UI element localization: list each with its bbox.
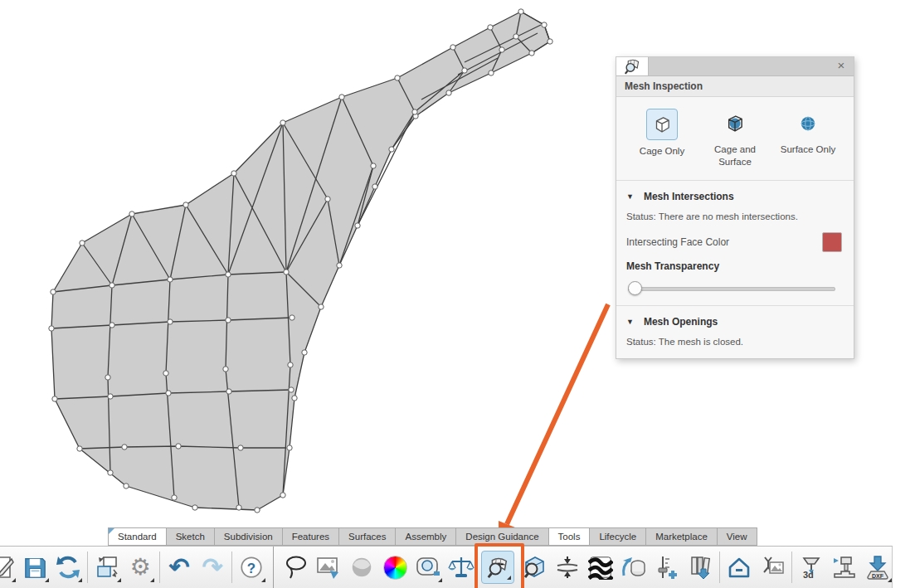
tab-sketch[interactable]: Sketch <box>167 527 215 546</box>
cam-export-icon <box>831 554 858 581</box>
export-body-icon <box>621 554 647 581</box>
mesh-inspection-icon <box>623 57 641 75</box>
app-window: × Mesh Inspection Cage Only <box>0 0 915 588</box>
panel-tab-mesh-inspection[interactable] <box>616 57 649 75</box>
intersecting-face-color-swatch[interactable] <box>822 232 842 252</box>
dxf-export-button[interactable]: DXF <box>861 549 894 586</box>
color-wheel-icon <box>383 556 407 580</box>
share-render-button[interactable] <box>756 549 789 586</box>
material-sphere-icon <box>349 555 374 580</box>
measure-button[interactable] <box>411 549 445 586</box>
home-button[interactable] <box>723 549 756 586</box>
cage-and-surface-icon <box>724 113 746 134</box>
divider <box>616 305 854 306</box>
divider <box>616 180 854 181</box>
thickness-analysis-button[interactable] <box>551 549 584 586</box>
tab-marketplace[interactable]: Marketplace <box>646 527 718 546</box>
section-title: Mesh Openings <box>644 316 718 328</box>
slider-track[interactable] <box>628 287 835 291</box>
option-surface-only[interactable]: Surface Only <box>772 109 844 168</box>
tab-lifecycle[interactable]: Lifecycle <box>590 527 646 546</box>
help-icon: ? <box>239 555 264 580</box>
copy-documents-icon <box>94 554 120 581</box>
add-parameter-button[interactable] <box>650 549 684 586</box>
openings-status: Status: The mesh is closed. <box>625 331 845 352</box>
material-sphere-button[interactable] <box>345 549 378 586</box>
save-button[interactable] <box>18 549 51 586</box>
insert-image-button[interactable] <box>312 549 345 586</box>
sync-button[interactable] <box>51 549 85 586</box>
tab-label: Design Guidance <box>465 532 538 542</box>
color-wheel-button[interactable] <box>378 549 411 586</box>
dxf-export-icon: DXF <box>864 554 891 581</box>
slider-thumb[interactable] <box>628 281 642 295</box>
option-cage-only[interactable]: Cage Only <box>626 109 698 168</box>
share-render-icon <box>759 554 786 581</box>
tab-tools[interactable]: Tools <box>549 527 591 546</box>
collapse-arrow-icon: ▼ <box>626 192 634 201</box>
tab-subdivision[interactable]: Subdivision <box>215 527 283 546</box>
close-icon[interactable]: × <box>834 58 849 73</box>
mesh-transparency-slider[interactable] <box>628 277 842 299</box>
main-toolbar: ⚙ ↶ ↷ ? <box>0 546 893 588</box>
mesh-transparency-label: Mesh Transparency <box>625 254 845 274</box>
tab-corner-marker <box>109 528 114 534</box>
tab-label: Lifecycle <box>599 532 636 542</box>
tab-label: Surfaces <box>348 532 386 542</box>
print-3d-icon: 3d <box>798 554 825 581</box>
svg-text:3d: 3d <box>803 570 814 580</box>
mesh-intersections-header[interactable]: ▼ Mesh Intersections <box>625 187 845 206</box>
redo-button[interactable]: ↷ <box>196 549 229 586</box>
section-analysis-icon <box>521 554 548 581</box>
tab-label: Assembly <box>405 532 446 542</box>
edit-document-icon <box>0 554 17 581</box>
section-analysis-button[interactable] <box>518 549 551 586</box>
intersecting-face-color-label: Intersecting Face Color <box>626 236 729 248</box>
svg-text:DXF: DXF <box>872 573 884 579</box>
mesh-inspection-button[interactable] <box>481 551 514 584</box>
svg-text:?: ? <box>247 561 256 576</box>
zebra-analysis-button[interactable] <box>584 549 617 586</box>
toolbar-group-divider <box>273 547 274 588</box>
lasso-select-button[interactable] <box>279 549 312 586</box>
undo-icon: ↶ <box>168 555 189 580</box>
gear-icon: ⚙ <box>129 556 150 579</box>
print-3d-button[interactable]: 3d <box>795 549 828 586</box>
library-download-icon <box>687 554 713 581</box>
tab-label: Sketch <box>176 532 205 542</box>
undo-button[interactable]: ↶ <box>163 549 196 586</box>
tab-standard[interactable]: Standard <box>108 527 167 546</box>
add-parameter-icon <box>654 554 680 581</box>
redo-icon: ↷ <box>202 555 222 580</box>
display-options: Cage Only Cage and Surface <box>625 105 845 173</box>
tab-design-guidance[interactable]: Design Guidance <box>456 527 548 546</box>
cam-export-button[interactable] <box>828 549 861 586</box>
intersections-status: Status: There are no mesh intersections. <box>625 206 845 227</box>
mesh-inspection-icon <box>485 555 510 580</box>
lasso-select-icon <box>282 554 309 581</box>
toolbar-separator <box>791 552 792 583</box>
toolbar-separator <box>719 552 720 583</box>
option-cage-and-surface[interactable]: Cage and Surface <box>699 109 771 168</box>
panel-title: Mesh Inspection <box>616 76 854 97</box>
edit-document-button[interactable] <box>0 549 18 586</box>
mesh-model[interactable] <box>0 0 581 528</box>
collapse-arrow-icon: ▼ <box>626 318 634 326</box>
export-body-button[interactable] <box>617 549 650 586</box>
tab-assembly[interactable]: Assembly <box>396 527 456 546</box>
mass-properties-button[interactable] <box>445 549 478 586</box>
help-button[interactable]: ? <box>235 549 268 586</box>
copy-documents-button[interactable] <box>90 549 124 586</box>
tab-label: View <box>727 532 747 542</box>
option-label: Cage Only <box>640 145 684 158</box>
library-download-button[interactable] <box>684 549 717 586</box>
mesh-openings-header[interactable]: ▼ Mesh Openings <box>625 313 845 331</box>
settings-button[interactable]: ⚙ <box>124 549 157 586</box>
tab-label: Tools <box>558 532 581 542</box>
thickness-analysis-icon <box>554 554 581 581</box>
tab-view[interactable]: View <box>718 527 757 546</box>
tab-features[interactable]: Features <box>283 527 339 546</box>
option-label: Surface Only <box>781 143 835 156</box>
measure-tape-icon <box>415 554 441 581</box>
tab-surfaces[interactable]: Surfaces <box>339 527 396 546</box>
